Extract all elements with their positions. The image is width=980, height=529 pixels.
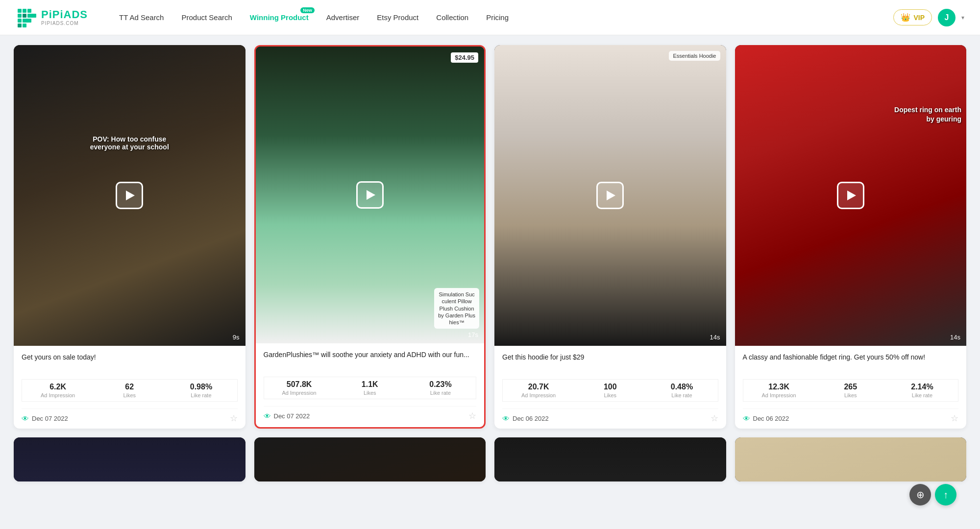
stats-row-2: 507.8K Ad Impression 1.1K Likes 0.23% Li…	[264, 377, 477, 399]
vip-button[interactable]: 👑 VIP	[893, 9, 932, 25]
card-body-2: GardenPlushies™ will soothe your anxiety…	[256, 343, 485, 426]
svg-rect-2	[18, 19, 22, 23]
svg-rect-7	[27, 14, 36, 18]
ad-card-4[interactable]: Dopest ring on earthby geuring 14s A cla…	[735, 45, 967, 429]
stat-likerate-3: 0.48% Like rate	[646, 380, 717, 401]
nav-item-tt-ad-search[interactable]: TT Ad Search	[111, 9, 172, 25]
duration-badge-4: 14s	[950, 334, 960, 341]
logo-sub: PIPIADS.COM	[41, 21, 88, 26]
plus-icon: ⊕	[916, 489, 925, 491]
card-thumb-4: Dopest ring on earthby geuring 14s	[735, 45, 967, 346]
logo-main: PiPiADS	[41, 9, 88, 21]
stat-likes-value-2: 1.1K	[337, 380, 403, 389]
thumb-bg-5: Trying out theTiktok viralDress in	[14, 437, 245, 481]
card-thumb-3: Essentials Hoodie 14s	[494, 45, 726, 346]
favorite-star-1[interactable]: ☆	[230, 413, 238, 424]
nav-item-pricing[interactable]: Pricing	[478, 9, 516, 25]
play-triangle-3	[607, 191, 615, 200]
card-thumb-8: La carcasa de teléfonomás bonita del mer…	[735, 437, 967, 481]
stat-likerate-2: 0.23% Like rate	[405, 377, 476, 399]
date-area-4: 👁 Dec 06 2022	[743, 414, 789, 423]
favorite-star-2[interactable]: ☆	[468, 410, 476, 421]
thumb-bg-4: Dopest ring on earthby geuring 14s	[735, 45, 967, 346]
stat-likes-2: 1.1K Likes	[335, 377, 405, 399]
nav-item-collection[interactable]: Collection	[428, 9, 476, 25]
nav-item-etsy-product[interactable]: Etsy Product	[369, 9, 426, 25]
stat-impressions-4: 12.3K Ad Impression	[743, 380, 815, 401]
stat-likes-label-1: Likes	[96, 392, 163, 398]
nav-item-advertiser[interactable]: Advertiser	[318, 9, 368, 25]
ad-card-3[interactable]: Essentials Hoodie 14s Get this hoodie fo…	[494, 45, 726, 429]
stat-likes-1: 62 Likes	[94, 380, 165, 401]
stat-impressions-value-1: 6.2K	[24, 383, 92, 391]
card-body-4: A classy and fashionable fidget ring. Ge…	[735, 346, 967, 429]
duration-badge-1: 9s	[233, 334, 240, 341]
favorite-star-3[interactable]: ☆	[710, 413, 718, 424]
nav-item-winning-product[interactable]: New Winning Product	[242, 9, 317, 25]
play-triangle-1	[126, 191, 135, 200]
ad-card-2[interactable]: $24.95 Simulation Succulent PillowPlush …	[254, 45, 486, 429]
nav-right: 👑 VIP J ▾	[893, 9, 964, 26]
navbar: PiPiADS PIPIADS.COM TT Ad Search Product…	[0, 0, 980, 35]
card-thumb-5: Trying out theTiktok viralDress in	[14, 437, 245, 481]
stats-row-4: 12.3K Ad Impression 265 Likes 2.14% Like…	[743, 379, 959, 402]
stat-impressions-label-3: Ad Impression	[505, 392, 572, 398]
stat-impressions-value-3: 20.7K	[505, 383, 572, 391]
thumb-bg-2: $24.95 Simulation Succulent PillowPlush …	[256, 47, 485, 343]
card-body-3: Get this hoodie for just $29 20.7K Ad Im…	[494, 346, 726, 429]
stat-likerate-value-2: 0.23%	[407, 380, 474, 389]
eye-icon-2: 👁	[264, 412, 271, 420]
date-text-1: Dec 07 2022	[32, 415, 68, 422]
stat-likerate-value-1: 0.98%	[167, 383, 235, 391]
stat-likerate-4: 2.14% Like rate	[886, 380, 958, 401]
svg-rect-1	[18, 14, 22, 18]
nav-links: TT Ad Search Product Search New Winning …	[111, 9, 893, 25]
card-footer-1: 👁 Dec 07 2022 ☆	[22, 409, 238, 424]
ad-card-6[interactable]	[254, 437, 486, 481]
play-button-4[interactable]	[837, 182, 864, 209]
price-badge-2: $24.95	[451, 52, 478, 63]
ring-overlay-4: Dopest ring on earthby geuring	[894, 105, 961, 124]
svg-rect-4	[23, 9, 26, 13]
card-thumb-2: $24.95 Simulation Succulent PillowPlush …	[256, 47, 485, 343]
stat-impressions-label-1: Ad Impression	[24, 392, 92, 398]
ad-card-5[interactable]: Trying out theTiktok viralDress in	[14, 437, 245, 481]
arrow-up-icon: ↑	[943, 489, 948, 492]
stat-likes-value-1: 62	[96, 383, 163, 391]
favorite-star-4[interactable]: ☆	[951, 413, 958, 424]
card-footer-4: 👁 Dec 06 2022 ☆	[743, 409, 959, 424]
stats-row-1: 6.2K Ad Impression 62 Likes 0.98% Like r…	[22, 379, 238, 402]
stat-impressions-label-2: Ad Impression	[266, 390, 333, 396]
svg-rect-8	[23, 19, 31, 23]
play-button-1[interactable]	[116, 182, 143, 209]
stat-likes-label-2: Likes	[337, 390, 403, 396]
svg-rect-0	[18, 9, 22, 13]
stat-likes-value-3: 100	[576, 383, 644, 391]
ad-card-1[interactable]: POV: How too confuseeveryone at your sch…	[14, 45, 245, 429]
logo[interactable]: PiPiADS PIPIADS.COM	[16, 7, 88, 28]
card-thumb-7: THESE HEADPHONESPLAY LOUD AF BUT DONTGO …	[494, 437, 726, 481]
card-footer-2: 👁 Dec 07 2022 ☆	[264, 406, 477, 421]
stat-likes-3: 100 Likes	[574, 380, 646, 401]
play-button-2[interactable]	[356, 181, 384, 209]
date-text-4: Dec 06 2022	[753, 415, 789, 422]
card-thumb-1: POV: How too confuseeveryone at your sch…	[14, 45, 245, 346]
play-triangle-2	[367, 190, 375, 200]
thumb-bg-7: THESE HEADPHONESPLAY LOUD AF BUT DONTGO …	[494, 437, 726, 481]
crown-icon: 👑	[901, 13, 910, 22]
duration-badge-3: 14s	[710, 334, 720, 341]
chevron-down-icon[interactable]: ▾	[961, 14, 964, 21]
stat-impressions-label-4: Ad Impression	[745, 392, 813, 398]
stat-likes-4: 265 Likes	[815, 380, 886, 401]
stat-impressions-3: 20.7K Ad Impression	[503, 380, 574, 401]
card-footer-3: 👁 Dec 06 2022 ☆	[502, 409, 718, 424]
svg-rect-9	[23, 24, 26, 27]
nav-item-product-search[interactable]: Product Search	[173, 9, 240, 25]
card-title-4: A classy and fashionable fidget ring. Ge…	[743, 353, 959, 372]
ad-card-7[interactable]: THESE HEADPHONESPLAY LOUD AF BUT DONTGO …	[494, 437, 726, 481]
ad-card-8[interactable]: La carcasa de teléfonomás bonita del mer…	[735, 437, 967, 481]
play-button-3[interactable]	[596, 182, 624, 209]
avatar[interactable]: J	[938, 9, 956, 26]
eye-icon-1: 👁	[22, 414, 29, 423]
new-badge: New	[300, 7, 315, 13]
